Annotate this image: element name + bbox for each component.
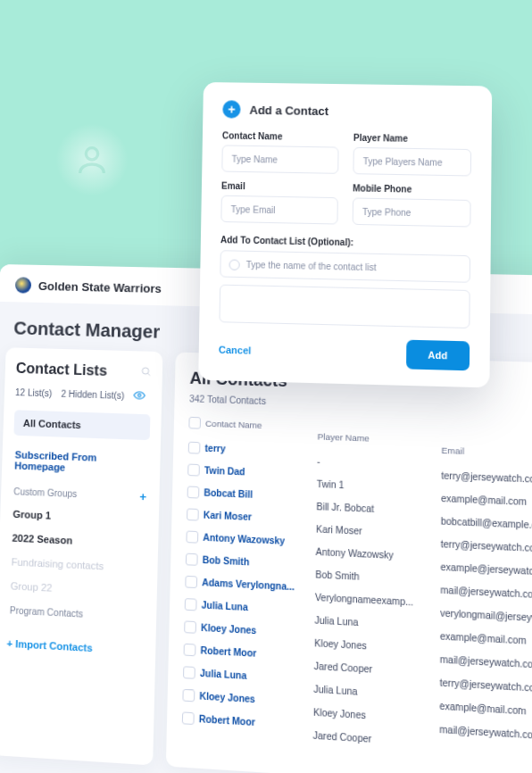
add-to-list-label: Add To Contact List (Optional):: [220, 235, 470, 250]
row-checkbox[interactable]: [186, 553, 198, 565]
select-all-checkbox[interactable]: [188, 417, 201, 429]
cell-name: Robert Moor: [199, 713, 313, 730]
row-checkbox[interactable]: [185, 598, 197, 611]
row-checkbox[interactable]: [187, 508, 199, 520]
col-name: Contact Name: [205, 418, 318, 432]
row-checkbox[interactable]: [183, 666, 195, 679]
cell-name: Kloey Jones: [199, 690, 313, 707]
phone-label: Mobile Phone: [353, 183, 471, 195]
row-checkbox[interactable]: [186, 530, 198, 543]
cell-name: Bob Smith: [203, 554, 316, 569]
custom-groups-label: Custom Groups: [13, 486, 77, 499]
email-label: Email: [221, 181, 338, 194]
row-checkbox[interactable]: [187, 463, 200, 476]
contact-name-label: Contact Name: [222, 130, 339, 142]
sidebar-heading: Contact Lists: [16, 361, 108, 378]
program-contacts-label: Program Contacts: [10, 605, 84, 619]
svg-point-0: [86, 148, 97, 160]
cell-name: Robert Moor: [200, 644, 314, 661]
cell-name: terry: [204, 443, 317, 457]
email-input[interactable]: Type Email: [220, 195, 338, 225]
visibility-icon[interactable]: [133, 389, 145, 403]
row-checkbox[interactable]: [184, 620, 196, 633]
row-checkbox[interactable]: [182, 688, 195, 702]
player-name-label: Player Name: [353, 133, 471, 145]
cell-name: Kloey Jones: [201, 622, 314, 638]
decorative-profile-glyph: [55, 123, 129, 196]
row-checkbox[interactable]: [188, 441, 201, 453]
org-name: Golden State Warriors: [38, 278, 162, 295]
import-contacts-link[interactable]: + Import Contacts: [6, 637, 92, 653]
total-contacts: 342 Total Contacts: [189, 394, 532, 419]
team-logo: [15, 277, 32, 293]
sidebar: Contact Lists 12 List(s) 2 Hidden List(s…: [0, 347, 162, 765]
cell-name: Bobcat Bill: [204, 487, 316, 503]
contacts-table: Contact Name Player Name Email Phone ter…: [182, 417, 532, 758]
player-name-input[interactable]: Type Players Name: [353, 147, 471, 177]
cell-name: Kari Moser: [204, 510, 317, 525]
cell-email: [439, 752, 532, 763]
list-count: 12 List(s): [15, 387, 53, 398]
cell-name: Antony Wazowsky: [203, 532, 316, 547]
sidebar-item-all-contacts[interactable]: All Contacts: [13, 410, 150, 440]
contact-list-search-input[interactable]: Type the name of the contact list: [220, 250, 470, 283]
notes-area[interactable]: [219, 285, 470, 328]
row-checkbox[interactable]: [187, 486, 200, 498]
add-button[interactable]: Add: [406, 340, 470, 371]
cell-name: Julia Luna: [202, 600, 315, 616]
cell-name: Adams Verylongna...: [202, 577, 315, 593]
add-group-icon[interactable]: +: [139, 490, 146, 504]
add-contact-modal: + Add a Contact Contact Name Type Name P…: [198, 82, 492, 387]
row-checkbox[interactable]: [184, 643, 196, 656]
contact-name-input[interactable]: Type Name: [221, 145, 338, 173]
svg-point-3: [138, 394, 141, 396]
svg-line-2: [148, 373, 150, 375]
main-panel: All Contacts 342 Total Contacts Contact …: [166, 353, 532, 773]
modal-title: Add a Contact: [249, 103, 328, 117]
search-icon[interactable]: [140, 364, 152, 381]
cell-name: Julia Luna: [200, 668, 314, 685]
svg-point-1: [142, 368, 148, 374]
cell-name: Twin Dad: [204, 465, 317, 479]
sidebar-item-subscribed[interactable]: Subscribed From Homepage: [12, 443, 150, 483]
plus-icon: +: [222, 100, 240, 118]
cell-player: Jared Cooper: [313, 729, 440, 748]
hidden-count: 2 Hidden List(s): [61, 389, 124, 401]
cancel-button[interactable]: Cancel: [219, 345, 252, 356]
row-checkbox[interactable]: [182, 711, 195, 725]
row-checkbox[interactable]: [185, 575, 197, 587]
phone-input[interactable]: Type Phone: [353, 197, 471, 227]
